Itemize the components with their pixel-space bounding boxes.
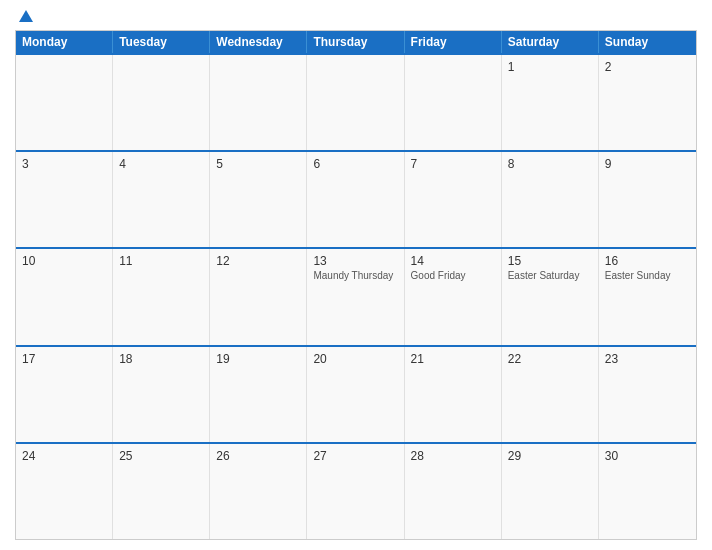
day-number: 11	[119, 254, 203, 268]
day-number: 27	[313, 449, 397, 463]
day-number: 24	[22, 449, 106, 463]
calendar-body: 12345678910111213Maundy Thursday14Good F…	[16, 53, 696, 539]
day-number: 1	[508, 60, 592, 74]
day-number: 15	[508, 254, 592, 268]
calendar-cell: 16Easter Sunday	[599, 249, 696, 344]
calendar-cell: 11	[113, 249, 210, 344]
weekday-header-monday: Monday	[16, 31, 113, 53]
calendar-cell: 5	[210, 152, 307, 247]
day-number: 19	[216, 352, 300, 366]
calendar-header: MondayTuesdayWednesdayThursdayFridaySatu…	[16, 31, 696, 53]
calendar-cell: 22	[502, 347, 599, 442]
day-number: 4	[119, 157, 203, 171]
day-number: 23	[605, 352, 690, 366]
calendar-cell: 27	[307, 444, 404, 539]
day-number: 9	[605, 157, 690, 171]
logo-triangle-icon	[19, 10, 33, 22]
calendar-cell: 19	[210, 347, 307, 442]
day-number: 13	[313, 254, 397, 268]
day-number: 12	[216, 254, 300, 268]
day-number: 8	[508, 157, 592, 171]
calendar-cell	[405, 55, 502, 150]
calendar-cell: 6	[307, 152, 404, 247]
day-number: 3	[22, 157, 106, 171]
logo	[15, 10, 37, 22]
day-number: 20	[313, 352, 397, 366]
header	[15, 10, 697, 22]
calendar-cell: 7	[405, 152, 502, 247]
day-number: 28	[411, 449, 495, 463]
calendar-cell: 26	[210, 444, 307, 539]
calendar-week-1: 12	[16, 53, 696, 150]
day-number: 22	[508, 352, 592, 366]
calendar: MondayTuesdayWednesdayThursdayFridaySatu…	[15, 30, 697, 540]
calendar-cell	[16, 55, 113, 150]
calendar-week-4: 17181920212223	[16, 345, 696, 442]
calendar-page: MondayTuesdayWednesdayThursdayFridaySatu…	[0, 0, 712, 550]
day-number: 14	[411, 254, 495, 268]
calendar-cell: 2	[599, 55, 696, 150]
weekday-header-tuesday: Tuesday	[113, 31, 210, 53]
day-number: 16	[605, 254, 690, 268]
calendar-cell: 29	[502, 444, 599, 539]
day-number: 21	[411, 352, 495, 366]
calendar-week-5: 24252627282930	[16, 442, 696, 539]
calendar-cell: 8	[502, 152, 599, 247]
weekday-header-saturday: Saturday	[502, 31, 599, 53]
calendar-cell: 25	[113, 444, 210, 539]
day-number: 7	[411, 157, 495, 171]
holiday-label: Maundy Thursday	[313, 270, 397, 281]
calendar-week-3: 10111213Maundy Thursday14Good Friday15Ea…	[16, 247, 696, 344]
calendar-cell: 9	[599, 152, 696, 247]
calendar-cell: 18	[113, 347, 210, 442]
calendar-cell	[113, 55, 210, 150]
calendar-cell: 28	[405, 444, 502, 539]
calendar-cell: 21	[405, 347, 502, 442]
calendar-cell: 10	[16, 249, 113, 344]
weekday-header-friday: Friday	[405, 31, 502, 53]
calendar-cell: 3	[16, 152, 113, 247]
weekday-header-wednesday: Wednesday	[210, 31, 307, 53]
day-number: 5	[216, 157, 300, 171]
calendar-cell: 13Maundy Thursday	[307, 249, 404, 344]
day-number: 25	[119, 449, 203, 463]
calendar-cell: 4	[113, 152, 210, 247]
day-number: 17	[22, 352, 106, 366]
calendar-cell	[210, 55, 307, 150]
day-number: 30	[605, 449, 690, 463]
holiday-label: Easter Sunday	[605, 270, 690, 281]
calendar-cell: 1	[502, 55, 599, 150]
weekday-header-sunday: Sunday	[599, 31, 696, 53]
calendar-cell: 12	[210, 249, 307, 344]
calendar-week-2: 3456789	[16, 150, 696, 247]
calendar-cell: 14Good Friday	[405, 249, 502, 344]
day-number: 18	[119, 352, 203, 366]
calendar-cell: 23	[599, 347, 696, 442]
calendar-cell: 17	[16, 347, 113, 442]
calendar-cell: 24	[16, 444, 113, 539]
day-number: 6	[313, 157, 397, 171]
weekday-header-thursday: Thursday	[307, 31, 404, 53]
day-number: 26	[216, 449, 300, 463]
holiday-label: Good Friday	[411, 270, 495, 281]
calendar-cell: 15Easter Saturday	[502, 249, 599, 344]
calendar-cell	[307, 55, 404, 150]
holiday-label: Easter Saturday	[508, 270, 592, 281]
calendar-cell: 30	[599, 444, 696, 539]
calendar-cell: 20	[307, 347, 404, 442]
day-number: 2	[605, 60, 690, 74]
day-number: 10	[22, 254, 106, 268]
day-number: 29	[508, 449, 592, 463]
